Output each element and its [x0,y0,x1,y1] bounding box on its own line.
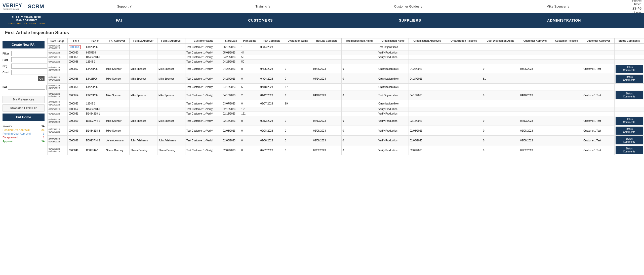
filter-input[interactable] [11,51,47,56]
th-start-date: Start Date [222,38,240,44]
cell-status-comments[interactable]: Status Comments [614,116,644,126]
table-row: 04/25/2023 -000005812345-1Test Customer … [48,60,644,64]
stat-pending-cust-label: Pending Cust Approval [3,132,31,135]
customers-nav[interactable]: CUSTOMERS [243,16,278,25]
th-fai: FAI # [67,38,85,44]
cell-status-comments[interactable]: Status Comments [614,90,644,100]
status-comments-button[interactable]: Status Comments [616,65,643,73]
cell-status-comments [614,84,644,90]
cell-status-comments[interactable]: Status Comments [614,74,644,84]
filter-part-label: Part [3,58,10,61]
fai-home-button[interactable]: FAI Home [3,114,45,121]
cell-date-range: 04/25/2023 - [48,55,68,60]
status-comments-button[interactable]: Status Comments [616,146,643,154]
cell-fai-number: 0000052 [67,107,85,112]
status-comments-button[interactable]: Status Comments [616,117,643,125]
cell-date-range: 02/13/2023 - [48,112,68,116]
th-fai-approver: FAI Approver [105,38,130,44]
nav-links: Support ∨ Training ∨ Customer Guides ∨ M… [55,5,632,8]
stat-approved: Approved 14 [3,140,45,143]
session-time: 29:46 [632,6,641,11]
stat-in-work: In-Work 14 [3,125,45,128]
table-row: 02/02/202302/02/20230000046D389744-1Shan… [48,145,644,155]
th-form3: Form 3 Approver [157,38,185,44]
stat-disapproved: Disapproved 1 [3,136,45,139]
th-plan-aging: Plan Aging [240,38,259,44]
filter-part-input[interactable] [11,57,47,62]
filter-go-button[interactable]: Go [38,76,45,81]
cell-status-comments [614,100,644,107]
th-org-rejected: Organization Rejected [446,38,482,44]
fai-filter-input[interactable] [8,85,45,90]
fai-filter-label: FAI [3,86,7,89]
th-results-complete: Results Complete [312,38,341,44]
table-row: 02/13/202302/13/20230000050D3893744-1Mik… [48,116,644,126]
cell-fai-number[interactable]: 0000064 [67,44,85,50]
cell-date-range: 04/13/202304/18/2023 [48,84,68,90]
th-eval-aging: Evaluation Aging [284,38,312,44]
session-timer: SessionTimer: 29:46 minutes [632,0,641,14]
stat-pending-org: Pending Org Approval 21 [3,128,45,131]
filter-org-input[interactable] [11,64,47,69]
th-org-disp-aging: Org Disposition Aging [341,38,377,44]
filter-org-row: Org [3,64,45,69]
cell-status-comments[interactable]: Status Comments [614,145,644,155]
th-org-approved: Organization Approved [409,38,446,44]
create-new-fai-button[interactable]: Create New FAI [3,41,45,48]
th-cust-disp-aging: Cust Disposition Aging [482,38,519,44]
administration-nav[interactable]: ADMINISTRATION [542,16,586,25]
filter-row: Filter [3,51,45,56]
support-nav[interactable]: Support ∨ [117,5,132,8]
cell-status-comments[interactable]: Status Comments [614,126,644,136]
sub-nav-brand-subtitle: FIRST ARTICLE INSPECTION [5,22,48,25]
cell-date-range: 02/08/202302/08/2023 [48,126,68,136]
cell-fai-number: 0000053 [67,100,85,107]
cell-fai-number: 0000054 [67,90,85,100]
my-preferences-button[interactable]: My Preferences [3,96,45,103]
ivis-logo: POWERED BY IVIS [3,8,22,10]
cell-fai-number: 0000049 [67,126,85,136]
status-comments-button[interactable]: Status Comments [616,91,643,99]
cell-fai-number: 0000057 [67,64,85,74]
sidebar-divider [3,93,45,93]
status-comments-button[interactable]: Status Comments [616,75,643,83]
table-row: 04/13/202304/18/20230000055L3426P06Test … [48,84,644,90]
sub-nav-items: FAI CUSTOMERS SUPPLIERS ADMINISTRATION [53,13,644,28]
suppliers-nav[interactable]: SUPPLIERS [394,16,426,25]
th-plan-complete: Plan Complete [259,38,284,44]
cell-status-comments[interactable]: Status Comments [614,136,644,145]
cell-date-range: 03/07/202303/07/2023 [48,100,68,107]
customer-guides-nav[interactable]: Customer Guides ∨ [394,5,423,8]
cell-date-range: 04/24/202304/24/2023 [48,74,68,84]
table-row: 04/24/202304/24/20230000056L3426P06Mike … [48,74,644,84]
cell-date-range: 04/10/202304/12/2023 [48,90,68,100]
training-nav[interactable]: Training ∨ [256,5,271,8]
sub-nav: SUPPLY CHAIN RISK MANAGEMENT FIRST ARTIC… [0,13,644,28]
download-excel-button[interactable]: Download Excel File [3,104,45,112]
cell-fai-number: 0000056 [67,74,85,84]
cell-status-comments [614,44,644,50]
filter-cust-input[interactable] [11,70,47,75]
fai-nav[interactable]: FAI [111,16,127,25]
filter-section: Filter Part Org Cust Go [0,51,47,83]
stat-pending-org-label: Pending Org Approval [3,128,30,131]
table-row: 02/13/2023 -0000051D1484218-1Test Custom… [48,112,644,116]
cell-fai-number: 0000058 [67,60,85,64]
cell-date-range: 02/02/202302/02/2023 [48,145,68,155]
table-row: 03/07/202303/07/2023000005312345-1Test C… [48,100,644,107]
cell-date-range: 02/13/2023 - [48,107,68,112]
cell-fai-number: 0000051 [67,112,85,116]
status-comments-button[interactable]: Status Comments [616,136,643,144]
table-row: 04/25/2023 -0000059D1484218-1Test Custom… [48,55,644,60]
stat-pending-cust-count: 3 [39,132,45,135]
table-row: 02/08/202302/08/20230000048D3893744-2Joh… [48,136,644,145]
th-part: Part # [85,38,105,44]
cell-fai-number: 0000059 [67,55,85,60]
cell-status-comments[interactable]: Status Comments [614,64,644,74]
user-menu-nav[interactable]: Mike Spencer ∨ [546,5,570,8]
stat-disapproved-label: Disapproved [3,136,18,139]
status-comments-button[interactable]: Status Comments [616,127,643,135]
stat-in-work-count: 14 [39,125,45,128]
stat-pending-org-count: 21 [39,128,45,131]
session-label: SessionTimer: [632,0,641,6]
